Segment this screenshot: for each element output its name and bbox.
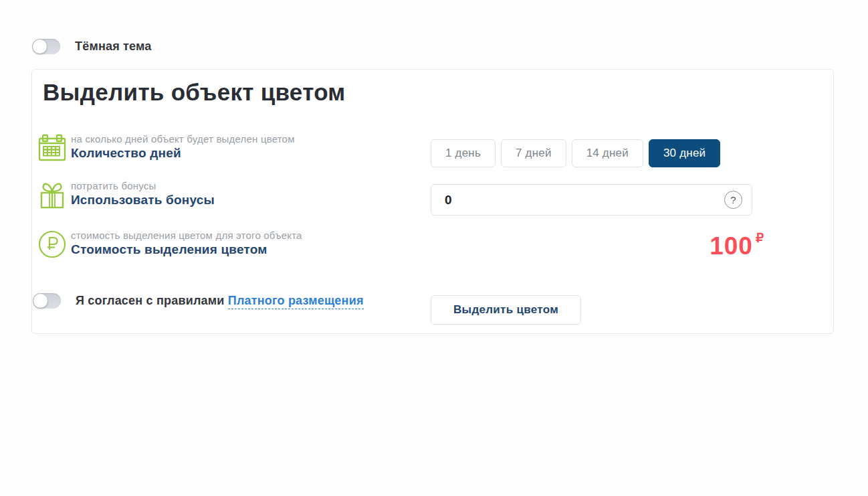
price-info-row: стоимость выделения цветом для этого объ… [37,229,302,260]
days-info-row: на сколько дней объект будет выделен цве… [37,133,295,163]
day-option-1[interactable]: 1 день [431,139,496,167]
price-label: Стоимость выделения цветом [71,242,302,257]
day-option-30[interactable]: 30 дней [649,139,720,167]
paid-placement-link[interactable]: Платного размещения [228,294,364,309]
toggle-knob [33,39,47,54]
ruble-sign: ₽ [756,231,764,245]
highlight-submit-button[interactable]: Выделить цветом [431,295,581,325]
agreement-row: Я согласен с правилами Платного размещен… [33,293,364,309]
agreement-text: Я согласен с правилами Платного размещен… [76,294,364,308]
dark-theme-toggle[interactable] [32,39,60,54]
bonus-info-row: потратить бонусы Использовать бонусы [37,179,215,210]
bonus-label: Использовать бонусы [71,193,215,208]
price-amount: 100 [710,232,753,260]
day-option-7[interactable]: 7 дней [501,139,566,167]
price-caption: стоимость выделения цветом для этого объ… [71,230,302,241]
theme-toggle-row: Тёмная тема [32,39,152,54]
bonus-input-wrap: ? [431,184,752,216]
help-icon[interactable]: ? [724,191,742,209]
toggle-knob [33,294,47,308]
bonus-caption: потратить бонусы [71,180,215,191]
bonus-input[interactable] [431,184,752,216]
highlight-object-card: Выделить объект цветом на сколько дней о… [31,69,834,334]
price-value: 100₽ [431,230,764,260]
ruble-icon [37,229,68,260]
day-options-group: 1 день 7 дней 14 дней 30 дней [431,139,720,167]
calendar-icon [37,133,68,163]
page-title: Выделить объект цветом [43,79,346,106]
days-caption: на сколько дней объект будет выделен цве… [71,133,295,145]
days-label: Количество дней [71,146,295,161]
day-option-14[interactable]: 14 дней [572,139,643,167]
gift-icon [37,179,68,210]
dark-theme-label: Тёмная тема [75,39,152,54]
agreement-toggle[interactable] [33,293,61,309]
